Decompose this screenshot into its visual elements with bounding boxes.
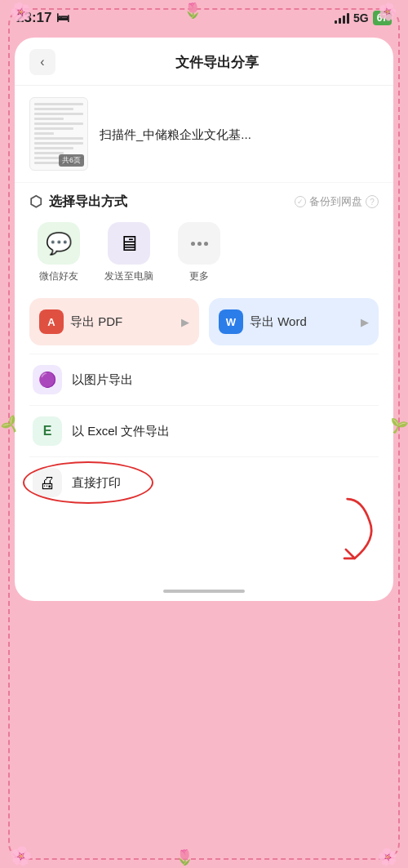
export-buttons-row: A 导出 PDF ▶ W 导出 Word ▶ <box>29 298 379 345</box>
export-section: ⬡ 选择导出方式 ✓ 备份到网盘 ? 💬 微信好友 🖥 发送至电脑 <box>15 183 393 508</box>
signal-bar-3 <box>343 16 345 24</box>
wechat-icon-wrap: 💬 <box>38 222 80 265</box>
header: ‹ 文件导出分享 <box>15 38 393 86</box>
computer-label: 发送至电脑 <box>104 269 153 283</box>
word-arrow-icon: ▶ <box>361 316 369 328</box>
share-row: 💬 微信好友 🖥 发送至电脑 更多 <box>29 222 379 283</box>
more-label: 更多 <box>189 269 209 283</box>
file-name: 扫描件_中储粮企业文化基... <box>100 126 251 143</box>
battery-level: 67 <box>377 12 388 24</box>
flower-bottom-mid: 🌷 <box>175 848 193 866</box>
excel-export-label: 以 Excel 文件导出 <box>72 424 170 439</box>
backup-check-icon: ✓ <box>295 196 306 207</box>
signal-bar-1 <box>335 20 337 24</box>
image-icon: 🟣 <box>33 365 62 394</box>
export-excel-item[interactable]: E 以 Excel 文件导出 <box>29 405 379 456</box>
wechat-icon: 💬 <box>46 231 72 256</box>
pdf-arrow-icon: ▶ <box>181 316 189 328</box>
backup-button[interactable]: ✓ 备份到网盘 ? <box>295 194 379 209</box>
excel-icon: E <box>33 416 62 446</box>
export-pdf-label: 导出 PDF <box>70 314 122 330</box>
image-export-label: 以图片导出 <box>72 372 133 388</box>
battery-indicator: 67 <box>373 11 392 25</box>
more-dots-icon <box>191 242 208 246</box>
print-label: 直接打印 <box>72 475 121 491</box>
help-icon[interactable]: ? <box>366 195 379 208</box>
export-image-item[interactable]: 🟣 以图片导出 <box>29 354 379 405</box>
back-button[interactable]: ‹ <box>29 49 55 75</box>
backup-label: 备份到网盘 <box>309 194 362 209</box>
flower-bottom-left: 🌸 <box>8 844 33 868</box>
bed-icon: 🛏 <box>56 11 69 25</box>
signal-bars <box>335 12 349 24</box>
file-preview: 共6页 扫描件_中储粮企业文化基... <box>15 86 393 183</box>
share-wechat[interactable]: 💬 微信好友 <box>38 222 80 283</box>
export-pdf-button[interactable]: A 导出 PDF ▶ <box>29 298 199 345</box>
computer-icon: 🖥 <box>118 231 140 256</box>
main-card: ‹ 文件导出分享 共6页 扫描件_中储粮企业文化基... <box>15 38 393 601</box>
pdf-icon: A <box>39 309 64 334</box>
annotation-area <box>15 508 393 573</box>
arrow-annotation <box>287 492 385 573</box>
section-header: ⬡ 选择导出方式 ✓ 备份到网盘 ? <box>29 193 379 211</box>
file-thumbnail: 共6页 <box>29 97 88 171</box>
export-icon: ⬡ <box>29 193 42 211</box>
section-title: ⬡ 选择导出方式 <box>29 193 127 211</box>
page-title: 文件导出分享 <box>55 53 379 72</box>
share-computer[interactable]: 🖥 发送至电脑 <box>104 222 153 283</box>
more-icon-wrap <box>178 222 220 265</box>
signal-bar-2 <box>339 18 341 24</box>
home-bar <box>163 590 245 593</box>
status-bar: 23:17 🛏 5G 67 <box>0 0 408 31</box>
signal-bar-4 <box>347 13 349 24</box>
status-time: 23:17 <box>16 10 51 26</box>
flower-bottom-right: 🌸 <box>376 845 400 868</box>
export-word-button[interactable]: W 导出 Word ▶ <box>209 298 379 345</box>
printer-icon: 🖨 <box>33 468 62 497</box>
network-label: 5G <box>353 11 369 24</box>
computer-icon-wrap: 🖥 <box>108 222 150 265</box>
page-count-badge: 共6页 <box>59 154 84 167</box>
share-more[interactable]: 更多 <box>178 222 220 283</box>
export-word-label: 导出 Word <box>250 314 307 330</box>
home-indicator <box>15 573 393 601</box>
status-left: 23:17 🛏 <box>16 10 69 26</box>
section-title-text: 选择导出方式 <box>49 194 127 211</box>
status-right: 5G 67 <box>335 11 392 25</box>
wechat-label: 微信好友 <box>39 269 78 283</box>
word-icon: W <box>219 309 243 334</box>
